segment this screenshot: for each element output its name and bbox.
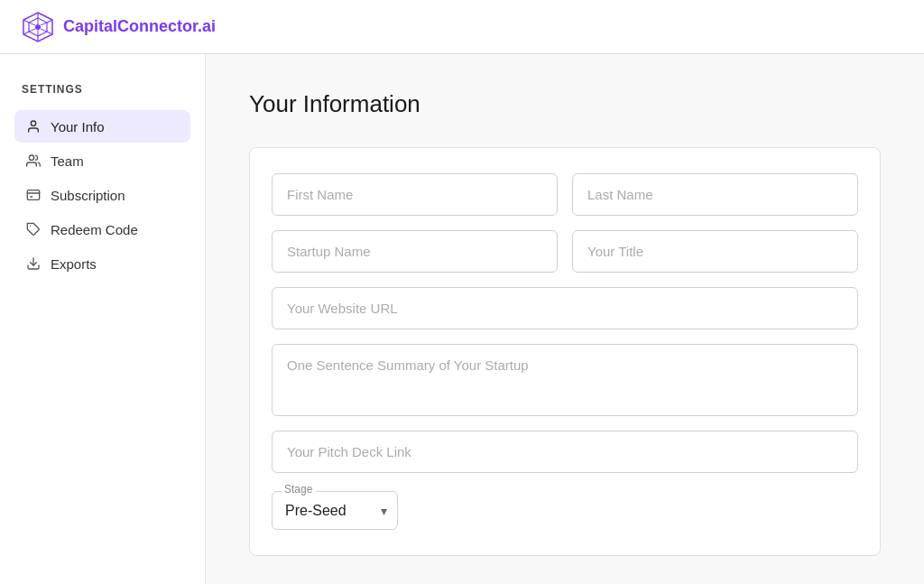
main-layout: SETTINGS Your Info bbox=[0, 54, 924, 584]
sidebar-nav: Your Info Team bbox=[14, 110, 190, 280]
sidebar-heading: SETTINGS bbox=[14, 83, 190, 96]
pitch-deck-row bbox=[272, 431, 858, 473]
stage-group: Stage Pre-Seed Seed Series A Series B Se… bbox=[272, 491, 398, 530]
startup-name-input[interactable] bbox=[272, 230, 558, 273]
sidebar-item-redeem-code[interactable]: Redeem Code bbox=[14, 213, 190, 246]
team-icon bbox=[25, 153, 42, 169]
stage-select[interactable]: Pre-Seed Seed Series A Series B Series C… bbox=[272, 491, 398, 530]
sidebar-item-label: Exports bbox=[51, 256, 97, 272]
summary-textarea[interactable] bbox=[272, 344, 858, 416]
svg-line-4 bbox=[47, 32, 52, 34]
download-icon bbox=[25, 255, 42, 272]
sidebar-item-your-info[interactable]: Your Info bbox=[14, 110, 190, 143]
your-title-input[interactable] bbox=[572, 230, 858, 273]
logo-text: CapitalConnector.ai bbox=[63, 17, 216, 36]
svg-rect-17 bbox=[27, 190, 39, 200]
name-row bbox=[272, 173, 858, 216]
svg-line-14 bbox=[29, 23, 35, 25]
page-title: Your Information bbox=[249, 90, 881, 118]
logo[interactable]: CapitalConnector.ai bbox=[22, 11, 216, 43]
logo-icon bbox=[22, 11, 54, 43]
svg-line-11 bbox=[41, 29, 47, 32]
sidebar-item-exports[interactable]: Exports bbox=[14, 247, 190, 280]
svg-line-13 bbox=[29, 29, 35, 32]
content-area: Your Information bbox=[206, 54, 924, 584]
sidebar-item-label: Team bbox=[51, 153, 84, 169]
startup-title-row bbox=[272, 230, 858, 273]
svg-point-16 bbox=[29, 155, 33, 160]
svg-line-3 bbox=[47, 20, 52, 23]
your-information-form: Stage Pre-Seed Seed Series A Series B Se… bbox=[249, 147, 881, 556]
last-name-input[interactable] bbox=[572, 173, 858, 216]
svg-line-10 bbox=[41, 23, 47, 25]
first-name-input[interactable] bbox=[272, 173, 558, 216]
stage-label: Stage bbox=[281, 483, 316, 496]
website-url-input[interactable] bbox=[272, 287, 858, 329]
header: CapitalConnector.ai bbox=[0, 0, 924, 54]
svg-line-6 bbox=[23, 32, 29, 34]
svg-point-8 bbox=[35, 24, 41, 30]
svg-point-15 bbox=[31, 121, 35, 125]
summary-row bbox=[272, 344, 858, 416]
sidebar-item-label: Subscription bbox=[51, 188, 125, 203]
svg-line-7 bbox=[23, 20, 29, 23]
website-row bbox=[272, 287, 858, 329]
sidebar-item-label: Your Info bbox=[51, 119, 105, 134]
sidebar-item-subscription[interactable]: Subscription bbox=[14, 179, 190, 211]
sidebar: SETTINGS Your Info bbox=[0, 54, 206, 584]
sidebar-item-label: Redeem Code bbox=[51, 222, 138, 237]
person-icon bbox=[25, 118, 42, 134]
tag-icon bbox=[25, 221, 42, 237]
pitch-deck-input[interactable] bbox=[272, 431, 858, 473]
sidebar-item-team[interactable]: Team bbox=[14, 144, 190, 177]
subscription-icon bbox=[25, 187, 42, 203]
